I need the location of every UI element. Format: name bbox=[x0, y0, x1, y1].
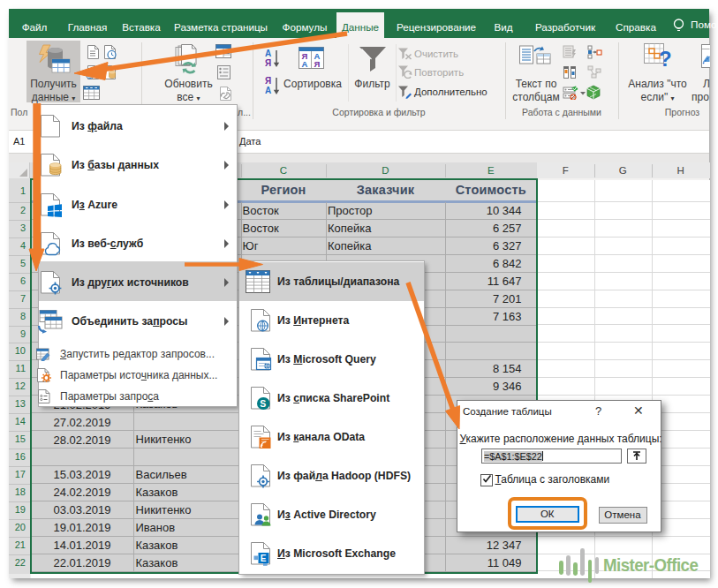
svg-text:А: А bbox=[265, 49, 271, 58]
svg-text:Я: Я bbox=[314, 59, 321, 69]
svg-text:А: А bbox=[302, 59, 308, 69]
svg-text:S: S bbox=[260, 398, 266, 409]
svg-text:Я: Я bbox=[265, 76, 271, 86]
svg-text:Я: Я bbox=[265, 58, 271, 68]
svg-text:А: А bbox=[265, 86, 271, 95]
svg-text:E: E bbox=[261, 554, 267, 563]
svg-text:?: ? bbox=[659, 47, 671, 70]
